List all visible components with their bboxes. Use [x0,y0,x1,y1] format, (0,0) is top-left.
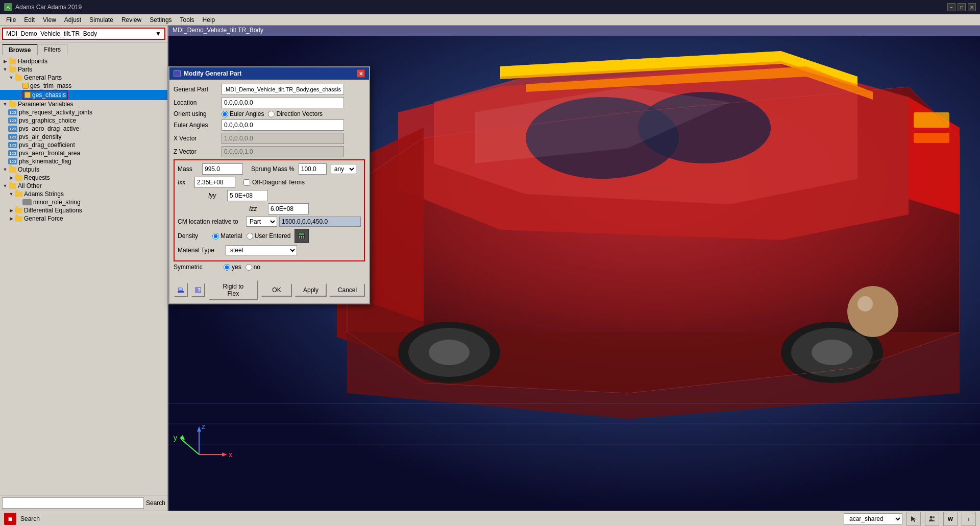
menu-settings[interactable]: Settings [145,15,176,25]
folder-icon [9,102,16,107]
minimize-button[interactable]: − [947,3,955,11]
tree-item-parts[interactable]: ▼ Parts [0,65,167,74]
menu-adjust[interactable]: Adjust [60,15,85,25]
tree-item-general-force[interactable]: ▶ General Force [0,214,167,223]
edit-icon-button[interactable] [174,283,188,297]
profile-dropdown[interactable]: acar_shared [844,513,902,524]
euler-angles-input[interactable] [222,119,344,131]
menu-view[interactable]: View [39,15,60,25]
tree-item-pvs-drag-coeff[interactable]: 123 pvs_drag_coefficient [0,141,167,149]
app-title: Adams Car Adams 2019 [15,4,82,11]
density-radio-group: Material User Entered [212,232,290,240]
tree-item-parameter-variables[interactable]: ▼ Parameter Variables [0,100,167,108]
mass-input[interactable] [202,163,243,175]
info-status-icon[interactable]: i [962,512,976,526]
tree-item-pvs-aero-frontal[interactable]: 123 pvs_aero_frontal_area [0,149,167,157]
material-radio-label[interactable]: Material [212,232,242,240]
info-icon-button[interactable]: ? [191,283,205,297]
user-entered-radio[interactable] [247,233,253,240]
main-layout: MDI_Demo_Vehicle_tilt.TR_Body ▼ Browse F… [0,26,980,511]
svg-point-53 [930,516,933,518]
material-radio[interactable] [212,233,219,240]
sprung-mass-select[interactable]: any front rear [331,164,356,174]
euler-angles-radio[interactable] [222,111,228,117]
maximize-button[interactable]: □ [958,3,966,11]
tree-item-outputs[interactable]: ▼ Outputs [0,165,167,174]
tree-item-general-parts[interactable]: ▼ General Parts [0,74,167,82]
off-diagonal-row: Off-Diagonal Terms [243,179,305,186]
search-input[interactable] [2,497,144,509]
sprung-mass-input[interactable] [299,163,327,175]
folder-icon [9,67,16,73]
model-dropdown[interactable]: MDI_Demo_Vehicle_tilt.TR_Body ▼ [2,28,165,40]
num-icon: 123 [8,150,17,156]
menu-review[interactable]: Review [117,15,145,25]
tree-item-pvs-aero-drag[interactable]: 123 pvs_aero_drag_active [0,125,167,133]
symmetric-row: Symmetric yes no [174,264,365,271]
general-part-input[interactable] [222,84,344,95]
folder-icon [9,183,16,189]
mass-label: Mass [178,165,198,173]
tree-item-requests[interactable]: ▶ Requests [0,174,167,182]
euler-angles-radio-label[interactable]: Euler Angles [222,110,264,117]
tree-label: Parts [18,66,32,73]
tree-item-minor-role-string[interactable]: minor_role_string [0,198,167,206]
cm-location-select[interactable]: Part Global [246,217,277,227]
modal-close-button[interactable]: ✕ [357,69,365,78]
menu-tools[interactable]: Tools [176,15,199,25]
tree-label: Parameter Variables [18,101,74,108]
apply-button[interactable]: Apply [295,283,327,297]
tree-item-ges-chassis[interactable]: ges_chassis [0,90,167,100]
off-diagonal-checkbox[interactable] [243,179,250,186]
tree-item-all-other[interactable]: ▼ All Other [0,182,167,190]
tree-item-pvs-graphics[interactable]: 123 pvs_graphics_choice [0,116,167,125]
tree-item-differential-equations[interactable]: ▶ Differential Equations [0,206,167,214]
general-part-label: General Part [174,86,219,93]
num-icon: 123 [8,142,17,148]
expand-icon: ▶ [8,175,14,181]
tree-item-pvs-air-density[interactable]: 123 pvs_air_density [0,133,167,141]
ixx-input[interactable] [194,177,235,188]
stop-button[interactable]: ■ [4,513,16,525]
modal-content: General Part Location Orient using Euler… [169,80,369,277]
symmetric-yes-label[interactable]: yes [224,264,241,271]
tree-item-phs-request[interactable]: 123 phs_request_activity_joints [0,108,167,116]
symmetric-no-radio[interactable] [246,264,252,271]
tree-item-hardpoints[interactable]: ▶ Hardpoints [0,57,167,65]
location-input[interactable] [222,97,344,108]
direction-vectors-radio[interactable] [268,111,275,117]
menu-file[interactable]: File [2,15,20,25]
svg-rect-12 [914,112,949,128]
close-button[interactable]: ✕ [968,3,976,11]
izz-input[interactable] [268,203,309,214]
menu-edit[interactable]: Edit [20,15,39,25]
symmetric-yes-radio[interactable] [224,264,230,271]
tree-item-adams-strings[interactable]: ▼ Adams Strings [0,190,167,198]
material-type-select[interactable]: steel aluminum titanium custom [226,245,297,255]
folder-icon [9,59,16,64]
menu-help[interactable]: Help [199,15,219,25]
cancel-button[interactable]: Cancel [330,283,365,297]
cursor-icon[interactable] [906,512,921,526]
x-vector-input [222,133,344,144]
symmetric-no-label[interactable]: no [246,264,260,271]
svg-rect-43 [299,237,300,238]
people-icon[interactable] [925,512,939,526]
orient-radio-group: Euler Angles Direction Vectors [222,110,323,117]
tree-label: ges_chassis [32,91,66,99]
svg-rect-13 [914,133,949,143]
direction-vectors-radio-label[interactable]: Direction Vectors [268,110,323,117]
x-vector-label: X Vector [174,135,219,142]
ok-button[interactable]: OK [261,283,292,297]
w-icon[interactable]: W [943,512,958,526]
menu-simulate[interactable]: Simulate [85,15,117,25]
expand-icon: ▼ [2,183,8,189]
rigid-to-flex-button[interactable]: Rigid to Flex [208,280,258,300]
tab-filters[interactable]: Filters [37,44,67,55]
calculator-button[interactable] [295,229,309,243]
user-entered-radio-label[interactable]: User Entered [247,232,291,240]
tree-item-ges-trim-mass[interactable]: ges_trim_mass [0,82,167,90]
iyy-input[interactable] [227,190,268,201]
tree-item-phs-kinematic[interactable]: 123 phs_kinematic_flag [0,157,167,165]
tab-browse[interactable]: Browse [2,44,37,55]
